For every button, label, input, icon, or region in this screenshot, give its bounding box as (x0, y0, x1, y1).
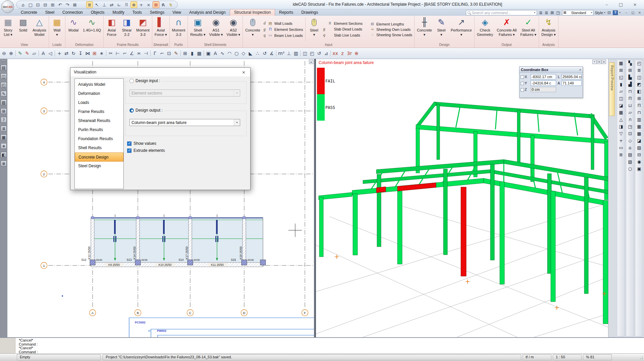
app-logo-icon[interactable]: ideCAD (1, 0, 14, 13)
dense[interactable]: ▩ (637, 131, 641, 136)
corner-fill[interactable]: ◩ (637, 82, 641, 87)
spline[interactable]: ∿ (220, 49, 225, 57)
a-input[interactable]: 71.149 (561, 80, 582, 86)
search-dropdown-icon[interactable]: ▾ (534, 11, 535, 14)
ribbon-item-beam-live-loads[interactable]: q▭Beam Live Loads (264, 33, 303, 38)
sheet[interactable]: ◰ (309, 49, 315, 57)
funnel[interactable]: ▽ (620, 131, 623, 136)
column[interactable]: Π (629, 96, 632, 101)
circle[interactable]: ○ (234, 49, 239, 57)
scale-indicator[interactable]: 1 : 50 (553, 354, 582, 360)
hatch-sq[interactable]: ▧ (628, 159, 632, 164)
tri-pen[interactable]: △ (620, 117, 623, 122)
dialog-list-item[interactable]: Frame Results (75, 107, 123, 116)
dialog-list-item[interactable]: Deformation (75, 89, 123, 98)
image[interactable]: ▣ (206, 49, 211, 57)
zoom-out[interactable]: ⊖ (1, 49, 7, 57)
resize-grip[interactable] (639, 355, 643, 360)
flip[interactable]: ◁ (48, 49, 53, 57)
sheet-pen[interactable]: ◱ (619, 75, 623, 80)
corner-snap[interactable]: ∟ (116, 1, 122, 8)
ribbon-button-story-list[interactable]: ▦StoryList ▾ (1, 16, 15, 43)
corner-box[interactable]: ◳ (628, 124, 632, 129)
select-arrow[interactable]: ↖ (94, 1, 100, 8)
dim-z[interactable]: z (340, 49, 345, 57)
view-a[interactable]: A (602, 60, 606, 64)
ribbon-button-wall[interactable]: ▦Wall▾ (50, 16, 64, 43)
ribbon-button-purlin-moment-3-3[interactable]: ∩Moment3-3 (170, 16, 187, 43)
portal[interactable]: ⊓ (628, 89, 632, 94)
menu-tab[interactable]: Settings (146, 9, 168, 16)
minus-box[interactable]: ⊟ (637, 152, 641, 157)
view-y[interactable]: Y (592, 60, 597, 64)
ribbon-item-element-sections[interactable]: IIElement Sections (323, 21, 363, 25)
freeze-window[interactable]: ⊠ (550, 10, 554, 15)
separator[interactable] (106, 50, 106, 56)
layer-list[interactable]: ≣ (538, 10, 543, 15)
menu-tab[interactable]: View (168, 9, 185, 16)
arch[interactable]: ∩ (629, 117, 632, 122)
separator[interactable] (39, 50, 39, 56)
snap-point[interactable]: ∗ (1, 143, 7, 149)
corner-2[interactable]: ◪ (637, 138, 641, 143)
ribbon-button-moment-3-3[interactable]: ◩Moment3-3 (135, 16, 151, 43)
rows-2[interactable]: ▥ (637, 117, 641, 122)
intersection-snap[interactable]: × (145, 1, 152, 8)
corner-l[interactable]: Γ (152, 49, 158, 57)
house[interactable]: ⌂ (629, 145, 631, 150)
offset[interactable]: ≍ (136, 49, 142, 57)
menu-tab[interactable]: Reports (275, 9, 297, 16)
separator[interactable] (204, 50, 204, 56)
column-insert[interactable]: ▮ (190, 49, 195, 57)
dialog-list-item[interactable]: Concrete Design (75, 153, 123, 162)
layer-copy[interactable]: ≣ (544, 10, 549, 15)
ribbon-button-check-geometry[interactable]: ◈CheckGeometry (475, 16, 495, 43)
column-2[interactable]: Π (638, 103, 641, 108)
model-3d-canvas[interactable]: Column-beam joint area failure FAIL PASS… (316, 59, 608, 337)
bar[interactable]: ▭ (619, 145, 623, 150)
capture[interactable]: ⊠ (71, 1, 78, 8)
ribbon-item-slab-live-loads[interactable]: qSlab Live Loads (323, 33, 363, 38)
checker[interactable]: ▚ (629, 61, 632, 66)
rotate[interactable]: ↻ (71, 49, 76, 57)
node-snap[interactable]: ⊕ (130, 1, 137, 8)
scroll-up-icon[interactable]: ▲ (309, 60, 313, 64)
fill-tool[interactable]: ◧ (1, 152, 7, 158)
undo[interactable]: ↶ (57, 1, 63, 8)
ortho-mode[interactable]: ⊞ (153, 1, 159, 8)
dim-xx[interactable]: xx (332, 49, 338, 57)
dialog-list-item[interactable]: Shell Results (75, 143, 123, 153)
array[interactable]: ⊞ (92, 49, 97, 57)
corner-r[interactable]: ⌐ (159, 49, 165, 57)
copy-style[interactable]: ◫ (1, 73, 7, 79)
strip-grip[interactable] (2, 60, 6, 61)
l-input[interactable]: 25695.04 cm (561, 74, 582, 79)
redo[interactable]: ↷ (64, 1, 71, 8)
align[interactable]: ∗ (99, 49, 104, 57)
stack[interactable]: ≣ (619, 152, 623, 157)
separator[interactable] (150, 50, 151, 56)
rows[interactable]: ▤ (628, 152, 632, 157)
grid-snap[interactable]: ⠿ (123, 1, 130, 8)
polygon[interactable]: ◇ (241, 49, 246, 57)
help-dropdown-icon[interactable]: ▾ (619, 11, 621, 14)
separator[interactable] (276, 50, 276, 56)
copy-pen[interactable]: ◫ (619, 96, 623, 101)
extend[interactable]: ⊢ (115, 49, 120, 57)
area-measure[interactable]: m² (278, 49, 284, 57)
ribbon-button-design-steel[interactable]: ✎Steel▾ (434, 16, 449, 43)
menu-tab[interactable]: Structural Inspection (230, 9, 275, 16)
separator[interactable] (15, 50, 16, 56)
angle[interactable]: ∡ (269, 49, 274, 57)
layout[interactable]: ◫ (302, 49, 308, 57)
update-view[interactable]: ↺ (316, 49, 322, 57)
qat-overflow-icon[interactable]: ▾ (162, 3, 163, 6)
menu-tab[interactable]: Steel (41, 9, 58, 16)
table[interactable]: ▦ (197, 49, 202, 57)
run-analysis[interactable]: ↯ (167, 1, 174, 8)
ribbon-item-slab-dead-loads[interactable]: gSlab Dead Loads (323, 26, 363, 32)
mdi-restore-button[interactable]: ◱ (630, 10, 636, 15)
zoom-indicator[interactable]: % 81 (583, 354, 612, 360)
command-search[interactable]: Search any command... ▾ (466, 10, 537, 15)
new-file[interactable]: □ (27, 1, 34, 8)
